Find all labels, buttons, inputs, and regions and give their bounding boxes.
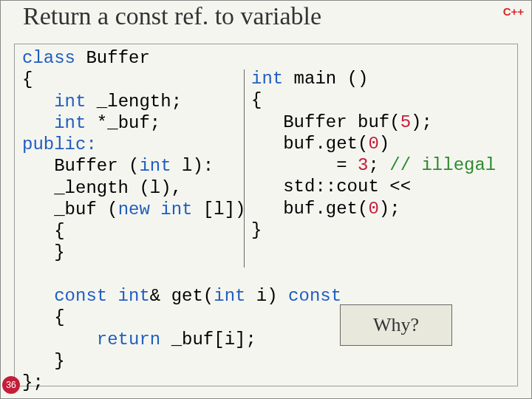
code-block: class Buffer { int _length; int *_buf; p… — [14, 44, 518, 386]
kw-return: return — [22, 330, 160, 349]
kw-const-int: const int — [22, 286, 150, 306]
code-text: ); — [411, 112, 432, 132]
code-text: i) — [245, 286, 288, 306]
code-text: std::cout << — [251, 177, 411, 197]
kw-int: int — [139, 156, 171, 176]
slide-title: Return a const ref. to variable — [23, 2, 321, 30]
code-text: buf.get( — [251, 134, 368, 154]
num-literal: 0 — [368, 134, 378, 154]
kw-new-int: new int — [118, 200, 193, 219]
code-text: } — [251, 220, 262, 240]
page-number-badge: 36 — [2, 376, 20, 394]
code-text: _buf ( — [22, 200, 118, 219]
num-literal: 0 — [368, 199, 378, 219]
kw-int: int — [214, 286, 245, 306]
code-text: [l]) — [192, 200, 245, 219]
comment: // illegal — [389, 155, 496, 175]
code-text: { — [22, 307, 65, 327]
code-text: }; — [22, 372, 44, 392]
code-bottom-section: const int& get(int i) const { return _bu… — [22, 285, 341, 393]
kw-class: class — [22, 48, 75, 68]
kw-int: int — [22, 113, 86, 133]
code-text: ); — [379, 199, 400, 219]
code-left-column: class Buffer { int _length; int *_buf; p… — [22, 47, 245, 264]
slide: C++ Return a const ref. to variable clas… — [0, 0, 532, 399]
code-text: = — [251, 155, 358, 175]
code-text: *_buf; — [86, 113, 160, 133]
code-text: buf.get( — [251, 199, 368, 219]
kw-int: int — [22, 92, 86, 112]
num-literal: 3 — [358, 155, 368, 175]
code-text: Buffer ( — [22, 156, 139, 176]
code-text: { — [251, 90, 262, 110]
code-text: { — [22, 69, 33, 89]
kw-int: int — [251, 69, 283, 89]
language-label: C++ — [503, 5, 524, 18]
code-text: Buffer buf( — [251, 112, 400, 132]
code-text: _buf[i]; — [160, 330, 256, 349]
code-text: main () — [283, 69, 368, 89]
num-literal: 5 — [400, 112, 411, 132]
code-text: { — [22, 221, 65, 241]
callout-why: Why? — [340, 304, 452, 346]
code-text: & get( — [150, 286, 214, 306]
code-text: } — [22, 351, 65, 371]
code-text: _length; — [86, 92, 182, 112]
code-text: _length (l), — [22, 178, 182, 198]
kw-public: public: — [22, 134, 97, 154]
code-text: ) — [379, 134, 389, 154]
code-text: Buffer — [75, 48, 150, 68]
code-text: l): — [171, 156, 214, 176]
code-text: } — [22, 242, 65, 262]
code-text: ; — [368, 155, 389, 175]
code-right-column: int main () { Buffer buf(5); buf.get(0) … — [251, 68, 496, 241]
kw-const: const — [288, 286, 341, 306]
